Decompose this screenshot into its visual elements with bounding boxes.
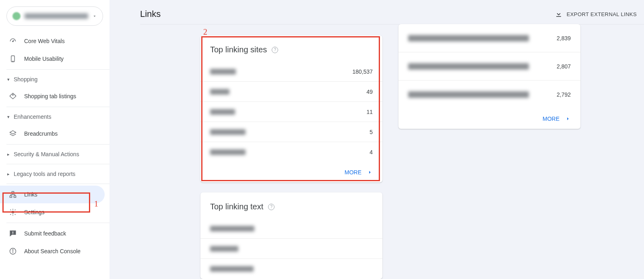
row-label [210, 149, 246, 155]
sidebar-section-legacy[interactable]: ▸ Legacy tools and reports [0, 166, 109, 182]
help-icon[interactable]: ? [268, 204, 275, 210]
tag-icon [9, 92, 17, 100]
sidebar-section-label: Enhancements [14, 114, 51, 120]
divider [6, 69, 109, 70]
table-row[interactable]: 49 [200, 82, 382, 102]
more-label: MORE [543, 116, 559, 122]
more-label: MORE [345, 169, 361, 176]
divider [6, 164, 109, 164]
row-label [408, 91, 529, 98]
svg-rect-9 [12, 234, 13, 234]
sidebar-section-shopping[interactable]: ▾ Shopping [0, 71, 109, 87]
svg-rect-5 [10, 196, 12, 197]
annotation-label-2: 2 [203, 27, 207, 37]
layers-icon [9, 130, 17, 138]
table-row[interactable]: 2,839 [398, 24, 580, 52]
row-value: 2,807 [557, 63, 571, 70]
table-row[interactable]: 5 [200, 122, 382, 142]
table-row[interactable]: 2,792 [398, 81, 580, 109]
row-value: 180,537 [352, 68, 373, 75]
feedback-icon [9, 229, 17, 238]
divider [6, 184, 109, 184]
property-selector[interactable] [6, 6, 103, 26]
chevron-right-icon [367, 169, 373, 175]
sidebar-section-label: Security & Manual Actions [14, 151, 79, 157]
card-title: Top linking text [210, 202, 263, 211]
card-top-linked-pages: 2,8392,8072,792 MORE [398, 24, 580, 129]
svg-point-7 [12, 211, 14, 213]
svg-rect-8 [12, 231, 13, 233]
chevron-down-icon [92, 14, 97, 19]
table-row[interactable] [200, 219, 382, 239]
row-label [210, 226, 254, 231]
svg-point-12 [12, 250, 13, 250]
sidebar-item-label: About Search Console [24, 248, 80, 254]
divider [6, 144, 109, 145]
sidebar-section-label: Shopping [14, 76, 37, 83]
sidebar-item-about[interactable]: About Search Console [0, 242, 105, 260]
divider [6, 107, 109, 107]
svg-point-0 [12, 41, 13, 42]
sidebar-item-label: Submit feedback [24, 230, 66, 237]
property-label [25, 13, 88, 19]
card-top-linking-sites: Top linking sites ? 180,537491154 MORE [200, 35, 382, 182]
row-value: 5 [369, 129, 373, 135]
more-button[interactable]: MORE [200, 162, 382, 182]
table-row[interactable]: 11 [200, 102, 382, 122]
sidebar-section-security[interactable]: ▸ Security & Manual Actions [0, 146, 109, 162]
chevron-right-icon [565, 116, 571, 122]
row-label [210, 109, 235, 115]
text-table [200, 219, 382, 279]
sidebar-item-label: Breadcrumbs [24, 130, 58, 137]
table-row[interactable]: 180,537 [200, 62, 382, 82]
speedometer-icon [9, 37, 17, 45]
download-icon [555, 10, 563, 18]
row-label [210, 129, 246, 135]
sidebar: Core Web Vitals Mobile Usability ▾ Shopp… [0, 0, 109, 279]
sitemap-icon [9, 190, 17, 198]
table-row[interactable] [200, 259, 382, 279]
row-value: 11 [366, 109, 373, 115]
card-top-linking-text: Top linking text ? [200, 192, 382, 279]
row-value: 2,839 [557, 35, 571, 41]
mobile-icon [9, 55, 17, 63]
sidebar-section-enhancements[interactable]: ▾ Enhancements [0, 109, 109, 125]
row-label [408, 63, 529, 70]
chevron-down-icon: ▾ [7, 77, 10, 82]
sidebar-item-settings[interactable]: Settings [0, 203, 105, 221]
property-icon [12, 12, 21, 20]
table-row[interactable]: 4 [200, 142, 382, 162]
sidebar-item-breadcrumbs[interactable]: Breadcrumbs [0, 125, 105, 143]
sidebar-item-links[interactable]: Links [0, 186, 105, 203]
row-value: 4 [369, 149, 373, 155]
card-title: Top linking sites [210, 45, 267, 54]
svg-point-3 [12, 95, 13, 95]
row-label [408, 35, 529, 41]
table-row[interactable] [200, 239, 382, 259]
sidebar-item-feedback[interactable]: Submit feedback [0, 225, 105, 242]
chevron-down-icon: ▾ [7, 114, 10, 120]
gear-icon [9, 208, 17, 216]
sidebar-item-mobile-usability[interactable]: Mobile Usability [0, 50, 105, 68]
row-value: 2,792 [557, 91, 571, 98]
table-row[interactable]: 2,807 [398, 52, 580, 81]
sidebar-item-label: Shopping tab listings [24, 93, 76, 99]
more-button[interactable]: MORE [398, 109, 580, 129]
sidebar-item-shopping-tab[interactable]: Shopping tab listings [0, 87, 105, 105]
svg-rect-13 [556, 16, 561, 17]
row-label [210, 69, 236, 74]
row-label [210, 246, 238, 252]
sidebar-section-label: Legacy tools and reports [14, 171, 75, 177]
sidebar-item-label: Links [24, 191, 37, 198]
help-icon[interactable]: ? [272, 47, 278, 53]
info-icon [9, 247, 17, 255]
export-label: EXPORT EXTERNAL LINKS [567, 11, 637, 17]
export-button[interactable]: EXPORT EXTERNAL LINKS [555, 10, 637, 18]
sidebar-item-label: Settings [24, 209, 45, 215]
svg-rect-4 [12, 192, 14, 193]
sidebar-item-label: Core Web Vitals [24, 38, 65, 44]
svg-rect-6 [14, 196, 16, 197]
chevron-right-icon: ▸ [7, 152, 10, 157]
pages-table: 2,8392,8072,792 [398, 24, 580, 109]
sidebar-item-core-web-vitals[interactable]: Core Web Vitals [0, 32, 105, 50]
